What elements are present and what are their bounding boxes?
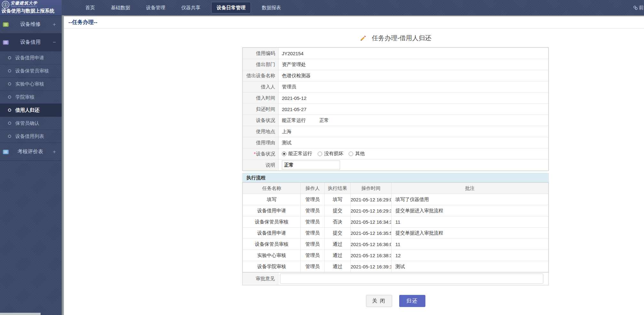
expand-plus-icon[interactable]: + [52, 149, 57, 155]
bullet-icon [8, 69, 11, 72]
field-label: 说明 [243, 160, 279, 171]
form-title: 任务办理-借用人归还 [242, 28, 549, 47]
field-value-device-condition: 能正常运行正常 [279, 115, 548, 126]
nav-item-home[interactable]: 首页 [77, 0, 103, 15]
field-value-borrower: 管理员 [279, 81, 548, 93]
sidebar-item-label: 保管员确认 [15, 120, 39, 126]
task-form: 任务办理-借用人归还 借用编码 JY202154 借出部门 资产管理处 借出设备… [242, 28, 549, 307]
field-label-required: *设备状况 [243, 148, 279, 160]
main-content: --任务办理-- 任务办理-借用人归还 借用编码 JY202154 [64, 15, 644, 315]
borrow-info-table: 借用编码 JY202154 借出部门 资产管理处 借出设备名称 色谱仪检测器 借… [242, 47, 549, 171]
sidebar-group-label: 设备借用 [9, 39, 52, 46]
process-flow-section-header: 执行流程 [242, 173, 549, 182]
nav-item-instrument-share[interactable]: 仪器共享 [173, 0, 208, 15]
logo-block: 安徽建筑大学 ANHUI JIANZHU UNIVERSITY 设备使用与数据上… [0, 0, 62, 15]
table-row: 借入人 管理员 [243, 81, 548, 93]
field-label: 借用理由 [243, 137, 279, 148]
sidebar-group-equipment-borrow[interactable]: 设备借用 − [0, 34, 62, 51]
radio-option-normal-operation[interactable]: 能正常运行 [282, 151, 312, 157]
radio-option-other[interactable]: 其他 [349, 151, 365, 157]
field-value-use-location: 上海 [279, 126, 548, 137]
sidebar-group-assessment[interactable]: 考核评价表 + [0, 143, 62, 161]
sidebar-item-label: 设备借用申请 [15, 55, 44, 61]
table-row: 使用地点 上海 [243, 126, 548, 137]
expand-plus-icon[interactable]: + [52, 21, 57, 28]
collapse-minus-icon[interactable]: − [52, 39, 57, 46]
close-button[interactable]: 关 闭 [366, 295, 392, 307]
list-icon-blue [3, 150, 9, 154]
nav-item-data-report[interactable]: 数据报表 [254, 0, 289, 15]
university-name-en: ANHUI JIANZHU UNIVERSITY [11, 5, 37, 7]
table-row: 设备保管员审核 管理员 否决 2021-05-12 16:34:34 11 [243, 216, 548, 228]
process-flow-table: 任务名称 操作人 执行结果 操作时间 批注 填写 管理员 填写 2021-05-… [242, 182, 549, 273]
sidebar-group-label: 考核评价表 [9, 148, 52, 155]
column-header: 操作人 [301, 183, 325, 194]
field-label: 使用地点 [243, 126, 279, 137]
bullet-icon [8, 95, 11, 99]
table-row: 借出设备名称 色谱仪检测器 [243, 70, 548, 81]
sidebar-item-label: 设备借用列表 [15, 133, 44, 139]
nav-item-equipment-mgmt[interactable]: 设备管理 [138, 0, 173, 15]
sidebar-item-college-review[interactable]: 学院审核 [0, 91, 62, 104]
required-asterisk: * [254, 151, 256, 156]
field-value-borrow-date: 2021-05-12 [279, 93, 548, 104]
radio-icon[interactable] [349, 152, 353, 156]
sidebar-item-borrow-apply[interactable]: 设备借用申请 [0, 51, 62, 64]
field-value-lend-dept: 资产管理处 [279, 59, 548, 70]
table-row: *设备状况 能正常运行 没有损坏 [243, 148, 548, 160]
return-button[interactable]: 归还 [399, 295, 425, 307]
radio-label: 能正常运行 [288, 151, 312, 157]
radio-label: 其他 [355, 151, 365, 157]
sidebar-item-custodian-confirm[interactable]: 保管员确认 [0, 117, 62, 130]
table-row: 设备学院审核 管理员 通过 2021-05-12 16:39:15 测试 [243, 261, 548, 272]
action-buttons: 关 闭 归还 [242, 295, 549, 307]
note-cell [279, 160, 548, 171]
table-row: 借用理由 测试 [243, 137, 548, 148]
university-seal-icon [2, 1, 10, 9]
table-row: 设备状况 能正常运行正常 [243, 115, 548, 126]
pencil-icon [360, 35, 367, 42]
table-row: 填写 管理员 填写 2021-05-12 16:29:01 填写了仪器借用 [243, 194, 548, 205]
radio-icon[interactable] [282, 152, 286, 156]
approval-opinion-row: 审批意见 [242, 273, 549, 285]
bullet-icon [8, 56, 11, 59]
sidebar-item-lab-center-review[interactable]: 实验中心审核 [0, 78, 62, 91]
table-row: 设备保管员审核 管理员 通过 2021-05-12 16:36:00 11 [243, 239, 548, 250]
bullet-icon [8, 109, 11, 112]
sidebar-vertical-scrollbar[interactable] [62, 15, 64, 315]
field-label: 借出部门 [243, 59, 279, 70]
sidebar-item-custodian-review[interactable]: 设备保管员审核 [0, 64, 62, 78]
main-nav: 首页 基础数据 设备管理 仪器共享 设备日常管理 数据报表 [77, 0, 289, 15]
field-label: 设备状况 [243, 115, 279, 126]
field-value-return-date: 2021-05-27 [279, 104, 548, 115]
radio-icon[interactable] [318, 152, 322, 156]
nav-item-basic-data[interactable]: 基础数据 [103, 0, 138, 15]
table-row: 借出部门 资产管理处 [243, 59, 548, 70]
sidebar-item-label: 借用人归还 [15, 107, 39, 113]
list-icon-purple [3, 40, 9, 45]
field-label: 借入人 [243, 81, 279, 93]
approval-opinion-input[interactable] [280, 274, 543, 284]
sidebar-horizontal-scrollbar[interactable] [0, 313, 41, 315]
table-row: 实验中心审核 管理员 通过 2021-05-12 16:38:36 12 [243, 250, 548, 261]
page-title: --任务办理-- [64, 16, 644, 28]
note-input[interactable] [282, 161, 340, 169]
table-row: 归还时间 2021-05-27 [243, 104, 548, 115]
table-header-row: 任务名称 操作人 执行结果 操作时间 批注 [243, 183, 548, 194]
nav-item-daily-mgmt-active[interactable]: 设备日常管理 [211, 2, 251, 13]
sidebar-item-label: 设备保管员审核 [15, 68, 49, 74]
device-condition-radio-group: 能正常运行 没有损坏 其他 [279, 148, 548, 160]
page: 安徽建筑大学 ANHUI JIANZHU UNIVERSITY 设备使用与数据上… [0, 0, 644, 315]
sidebar-item-borrow-list[interactable]: 设备借用列表 [0, 130, 62, 143]
bullet-icon [8, 122, 11, 125]
field-value-borrow-code: JY202154 [279, 48, 548, 59]
sidebar-item-borrower-return-active[interactable]: 借用人归还 [0, 104, 62, 117]
radio-option-no-damage[interactable]: 没有损坏 [318, 151, 343, 157]
sidebar-group-equipment-repair[interactable]: 设备维修 + [0, 16, 62, 34]
field-label: 借入时间 [243, 93, 279, 104]
front-site-link[interactable]: 前 [633, 4, 644, 11]
sidebar: 设备维修 + 设备借用 − 设备借用申请 设备保管员审核 实验中心审核 [0, 15, 62, 315]
form-title-text: 任务办理-借用人归还 [372, 34, 431, 42]
system-title: 设备使用与数据上报系统 [2, 8, 54, 14]
chain-link-icon [633, 5, 638, 10]
